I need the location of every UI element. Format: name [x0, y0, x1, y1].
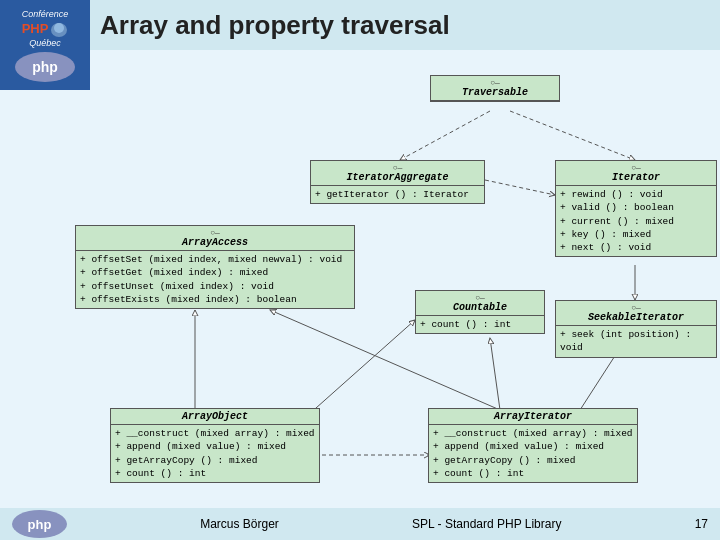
svg-line-3 — [510, 111, 635, 160]
si-stereotype: ○— — [562, 303, 710, 312]
ao-method-2: + append (mixed value) : mixed — [115, 440, 315, 453]
class-iterator: ○— Iterator + rewind () : void + valid (… — [555, 160, 717, 257]
elephant-icon — [50, 20, 68, 38]
svg-line-2 — [400, 111, 490, 160]
it-name: Iterator — [562, 172, 710, 183]
footer-author: Marcus Börger — [200, 517, 279, 531]
it-stereotype: ○— — [562, 163, 710, 172]
php-label: PHP — [22, 21, 49, 36]
ait-method-1: + __construct (mixed array) : mixed — [433, 427, 633, 440]
ia-stereotype: ○— — [317, 163, 478, 172]
php-footer-logo: php — [12, 510, 67, 538]
co-method-1: + count () : int — [420, 318, 540, 331]
it-method-4: + key () : mixed — [560, 228, 712, 241]
footer-page: 17 — [695, 517, 708, 531]
footer-subtitle: SPL - Standard PHP Library — [412, 517, 561, 531]
ait-method-3: + getArrayCopy () : mixed — [433, 454, 633, 467]
logo: Conférence PHP Québec php — [0, 0, 90, 90]
php-logo: php — [15, 52, 75, 82]
ia-name: IteratorAggregate — [317, 172, 478, 183]
ait-method-2: + append (mixed value) : mixed — [433, 440, 633, 453]
aa-method-4: + offsetExists (mixed index) : boolean — [80, 293, 350, 306]
class-countable: ○— Countable + count () : int — [415, 290, 545, 334]
diagram-area: ○— Traversable ○— IteratorAggregate + ge… — [0, 50, 720, 508]
aa-method-3: + offsetUnset (mixed index) : void — [80, 280, 350, 293]
ait-method-4: + count () : int — [433, 467, 633, 480]
it-method-1: + rewind () : void — [560, 188, 712, 201]
conf-city: Québec — [29, 38, 61, 48]
slide-title: Array and property traversal — [100, 10, 450, 41]
aa-method-1: + offsetSet (mixed index, mixed newval) … — [80, 253, 350, 266]
ao-name: ArrayObject — [117, 411, 313, 422]
class-traversable: ○— Traversable — [430, 75, 560, 102]
aa-stereotype: ○— — [82, 228, 348, 237]
si-name: SeekableIterator — [562, 312, 710, 323]
ao-method-3: + getArrayCopy () : mixed — [115, 454, 315, 467]
co-stereotype: ○— — [422, 293, 538, 302]
it-method-3: + current () : mixed — [560, 215, 712, 228]
traversable-name: Traversable — [437, 87, 553, 98]
ait-name: ArrayIterator — [435, 411, 631, 422]
class-array-object: ArrayObject + __construct (mixed array) … — [110, 408, 320, 483]
co-name: Countable — [422, 302, 538, 313]
ao-method-4: + count () : int — [115, 467, 315, 480]
class-iterator-aggregate: ○— IteratorAggregate + getIterator () : … — [310, 160, 485, 204]
class-seekable-iterator: ○— SeekableIterator + seek (int position… — [555, 300, 717, 358]
class-array-access: ○— ArrayAccess + offsetSet (mixed index,… — [75, 225, 355, 309]
si-method-1: + seek (int position) : void — [560, 328, 712, 355]
aa-method-2: + offsetGet (mixed index) : mixed — [80, 266, 350, 279]
traversable-stereotype: ○— — [437, 78, 553, 87]
svg-line-4 — [485, 180, 555, 195]
svg-line-9 — [490, 338, 500, 410]
conf-label: Conférence — [22, 9, 69, 19]
slide-header: Array and property traversal — [0, 0, 720, 50]
class-array-iterator: ArrayIterator + __construct (mixed array… — [428, 408, 638, 483]
aa-name: ArrayAccess — [82, 237, 348, 248]
svg-point-1 — [54, 23, 64, 33]
it-method-5: + next () : void — [560, 241, 712, 254]
it-method-2: + valid () : boolean — [560, 201, 712, 214]
ao-method-1: + __construct (mixed array) : mixed — [115, 427, 315, 440]
ia-method-1: + getIterator () : Iterator — [315, 188, 480, 201]
slide-footer: php Marcus Börger SPL - Standard PHP Lib… — [0, 508, 720, 540]
